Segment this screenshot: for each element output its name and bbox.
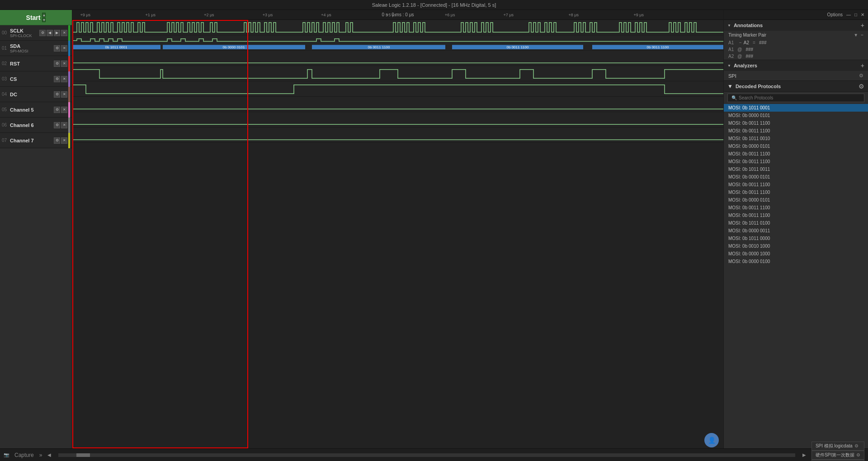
analyzers-triangle: ▼ (727, 64, 731, 68)
channel-close[interactable]: ✕ (61, 107, 67, 113)
channel-close[interactable]: ✕ (61, 91, 67, 98)
a2-value: ### (745, 54, 753, 59)
wave-row-ch5 (72, 97, 723, 112)
analyzer-spi[interactable]: SPI ⚙ (724, 71, 868, 80)
channel-name-block: Channel 7 (9, 138, 54, 143)
start-label: Start (26, 14, 41, 21)
scroll-thumb[interactable] (76, 453, 90, 457)
channel-gear[interactable]: ⚙ (54, 91, 60, 98)
dp-list-item[interactable]: MOSI: 0b 0011 1100 (724, 127, 868, 135)
scroll-right-arrow[interactable]: ▶ (802, 452, 806, 457)
options-button[interactable]: Options (827, 12, 842, 17)
close-button[interactable]: ✕ (861, 12, 864, 17)
scroll-bar[interactable] (58, 453, 795, 457)
capture-label: Capture (14, 452, 34, 458)
channel-close[interactable]: ✕ (61, 137, 67, 144)
channel-subname: SPI-MOSI (10, 49, 54, 53)
channel-gear[interactable]: ⚙ (54, 45, 60, 52)
channel-gear[interactable]: ⚙ (54, 122, 60, 128)
dp-list-item[interactable]: MOSI: 0b 0000 0011 (724, 227, 868, 235)
dp-list-item[interactable]: MOSI: 0b 0011 1100 (724, 158, 868, 165)
dp-list-item[interactable]: MOSI: 0b 0011 1100 (724, 181, 868, 188)
channel-close[interactable]: ✕ (61, 30, 67, 36)
channel-num: 07 (2, 138, 9, 143)
channel-close[interactable]: ✕ (61, 45, 67, 52)
user-avatar[interactable]: 👤 (704, 433, 719, 447)
wave-row-rst (72, 51, 723, 66)
dp-list-item[interactable]: MOSI: 0b 1011 0011 (724, 165, 868, 173)
analyzer-spi-gear[interactable]: ⚙ (859, 73, 863, 79)
dp-gear[interactable]: ⚙ (859, 83, 864, 90)
time-tick-2: +2 μs (204, 13, 214, 17)
channel-panel: Start ▲ ▼ 00 SCLK SPI-CLOCK ⚙ ◀▶ ✕ 01 SD… (0, 10, 72, 448)
start-button[interactable]: Start ▲ ▼ (0, 10, 72, 25)
annotations-add[interactable]: + (861, 22, 864, 29)
arrow-down[interactable]: ▼ (42, 18, 46, 22)
channel-gear[interactable]: ⚙ (54, 61, 60, 67)
dp-list-item[interactable]: MOSI: 0b 0011 1100 (724, 204, 868, 212)
equals-label: = (753, 40, 755, 45)
decoded-protocols-header[interactable]: ▼ Decoded Protocols ⚙ (724, 81, 868, 92)
channel-controls: ⚙ ✕ (54, 91, 67, 98)
channel-color-bar (68, 118, 70, 133)
dp-list-item[interactable]: MOSI: 0b 0000 0101 (724, 196, 868, 204)
arrow-up[interactable]: ▲ (42, 13, 46, 17)
bottom-bar: 📷 Capture » ◀ ▶ SPI 模拟 logicdata⚙硬件SPI第一… (0, 448, 868, 461)
tab-gear[interactable]: ⚙ (856, 452, 860, 457)
bottom-tab[interactable]: 硬件SPI第一次数据⚙ (811, 451, 864, 460)
channel-controls: ⚙ ✕ (54, 61, 67, 67)
time-ruler: +9 μs 0 s : 0 ms : 0 μs +1 μs +2 μs +3 μ… (72, 10, 723, 20)
analyzers-section: ▼ Analyzers + SPI ⚙ (724, 60, 868, 81)
analyzers-add[interactable]: + (861, 62, 864, 69)
bottom-tab[interactable]: SPI 模拟 logicdata⚙ (811, 442, 864, 451)
dp-list-item[interactable]: MOSI: 0b 0000 0101 (724, 142, 868, 150)
a2-at-sign: @ (737, 54, 742, 59)
dp-list-item[interactable]: MOSI: 0b 0000 1000 (724, 250, 868, 258)
tab-gear[interactable]: ⚙ (854, 443, 859, 448)
timing-marker-minus[interactable]: − (861, 33, 863, 38)
dp-list-item[interactable]: MOSI: 0b 1011 0000 (724, 235, 868, 242)
channel-color-bar (68, 25, 70, 41)
dp-triangle: ▼ (727, 83, 733, 89)
channel-color-bar (68, 102, 70, 118)
scroll-left-arrow[interactable]: ◀ (47, 452, 51, 457)
channel-gear[interactable]: ⚙ (54, 107, 60, 113)
dp-list-item[interactable]: MOSI: 0b 1011 0001 (724, 104, 868, 112)
timing-marker-arrow: ▼ (854, 33, 858, 38)
channel-gear[interactable]: ⚙ (54, 76, 60, 82)
bottom-tab[interactable]: SPI 模拟1.logicd...⚙ (811, 460, 864, 461)
channel-close[interactable]: ✕ (61, 61, 67, 67)
channel-row-cs: 03 CS ⚙ ✕ (0, 71, 72, 87)
dp-list-item[interactable]: MOSI: 0b 0011 1100 (724, 119, 868, 127)
wave-row-ch7 (72, 127, 723, 143)
minimize-button[interactable]: — (846, 12, 851, 17)
annotations-header[interactable]: ▼ Annotations + (724, 20, 868, 31)
analyzers-header[interactable]: ▼ Analyzers + (724, 60, 868, 71)
channel-controls: ⚙ ✕ (54, 122, 67, 128)
dp-list-item[interactable]: MOSI: 0b 1011 0100 (724, 219, 868, 227)
channel-row-channel-6: 06 Channel 6 ⚙ ✕ (0, 118, 72, 133)
dp-list-item[interactable]: MOSI: 0b 1011 0010 (724, 135, 868, 142)
channel-color-bar (68, 133, 70, 148)
dp-list-item[interactable]: MOSI: 0b 0000 0100 (724, 258, 868, 265)
channel-gear[interactable]: ⚙ (39, 30, 46, 36)
channel-name-block: RST (9, 61, 54, 66)
channel-gear[interactable]: ⚙ (54, 137, 60, 144)
channel-prev[interactable]: ◀ (47, 30, 53, 36)
search-input[interactable] (739, 95, 860, 100)
dp-list-item[interactable]: MOSI: 0b 0011 1100 (724, 188, 868, 196)
channel-close[interactable]: ✕ (61, 122, 67, 128)
dp-list-item[interactable]: MOSI: 0b 0011 1100 (724, 150, 868, 158)
dp-list-item[interactable]: MOSI: 0b 0000 0101 (724, 173, 868, 181)
dp-search-box[interactable]: 🔍 (727, 94, 864, 102)
waveform-scroll[interactable]: 0b 1011 0001 0b 0000 0101 0b 0011 1100 0… (72, 20, 723, 448)
maximize-button[interactable]: □ (854, 12, 857, 17)
time-tick-0: +9 μs (80, 13, 90, 17)
channel-close[interactable]: ✕ (61, 76, 67, 82)
time-tick-3: +3 μs (263, 13, 273, 17)
time-tick-5: +5 μs (386, 13, 396, 17)
dp-list-item[interactable]: MOSI: 0b 0000 0101 (724, 112, 868, 119)
dp-list-item[interactable]: MOSI: 0b 0010 1000 (724, 242, 868, 250)
dp-list-item[interactable]: MOSI: 0b 0011 1100 (724, 212, 868, 219)
channel-next[interactable]: ▶ (54, 30, 60, 36)
